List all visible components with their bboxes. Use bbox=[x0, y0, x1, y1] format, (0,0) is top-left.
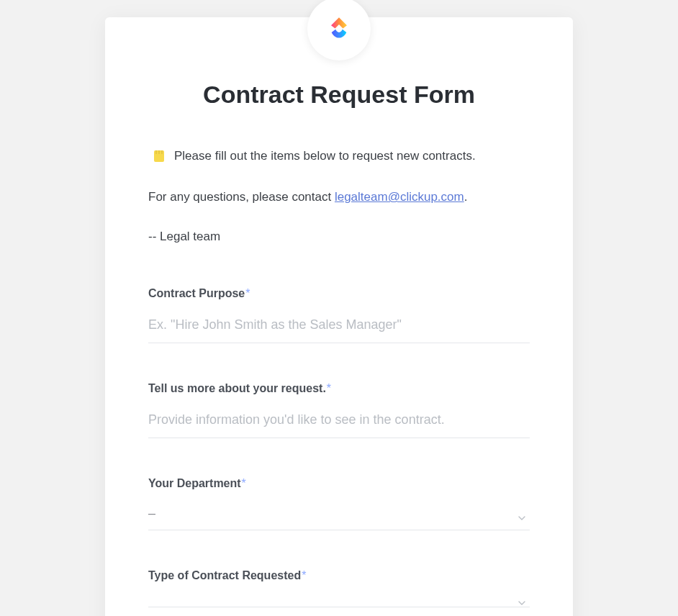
svg-rect-3 bbox=[162, 150, 163, 154]
intro-signature: -- Legal team bbox=[148, 227, 530, 246]
form-card: Contract Request Form Please fill out th… bbox=[105, 17, 573, 616]
field-contract-type: Type of Contract Requested* bbox=[148, 569, 530, 607]
select-department[interactable]: – bbox=[148, 502, 530, 530]
intro-line-2-prefix: For any questions, please contact bbox=[148, 190, 335, 204]
label-contract-type-text: Type of Contract Requested bbox=[148, 569, 301, 581]
label-contract-purpose: Contract Purpose* bbox=[148, 287, 530, 300]
label-request-details: Tell us more about your request.* bbox=[148, 382, 530, 395]
label-department: Your Department* bbox=[148, 477, 530, 490]
select-department-value: – bbox=[148, 506, 155, 520]
label-department-text: Your Department bbox=[148, 477, 241, 489]
required-star: * bbox=[242, 477, 246, 489]
required-star: * bbox=[327, 382, 331, 394]
label-contract-type: Type of Contract Requested* bbox=[148, 569, 530, 582]
chevron-down-icon bbox=[518, 512, 525, 519]
input-contract-purpose[interactable] bbox=[148, 312, 530, 343]
required-star: * bbox=[302, 569, 306, 581]
chevron-down-icon bbox=[518, 597, 525, 604]
label-contract-purpose-text: Contract Purpose bbox=[148, 287, 245, 299]
form-intro: Please fill out the items below to reque… bbox=[148, 146, 530, 247]
contact-email-link[interactable]: legalteam@clickup.com bbox=[335, 190, 464, 204]
intro-line-2-suffix: . bbox=[464, 190, 468, 204]
required-star: * bbox=[245, 287, 250, 299]
form-title: Contract Request Form bbox=[148, 81, 530, 109]
intro-line-1: Please fill out the items below to reque… bbox=[174, 146, 476, 166]
logo-badge bbox=[307, 0, 371, 60]
select-contract-type[interactable] bbox=[148, 594, 530, 607]
note-icon bbox=[153, 150, 166, 163]
clickup-logo-icon bbox=[323, 12, 355, 46]
input-request-details[interactable] bbox=[148, 407, 530, 438]
svg-rect-2 bbox=[159, 150, 160, 154]
svg-rect-1 bbox=[156, 150, 157, 154]
field-department: Your Department* – bbox=[148, 477, 530, 530]
label-request-details-text: Tell us more about your request. bbox=[148, 382, 326, 394]
field-request-details: Tell us more about your request.* bbox=[148, 382, 530, 438]
field-contract-purpose: Contract Purpose* bbox=[148, 287, 530, 343]
